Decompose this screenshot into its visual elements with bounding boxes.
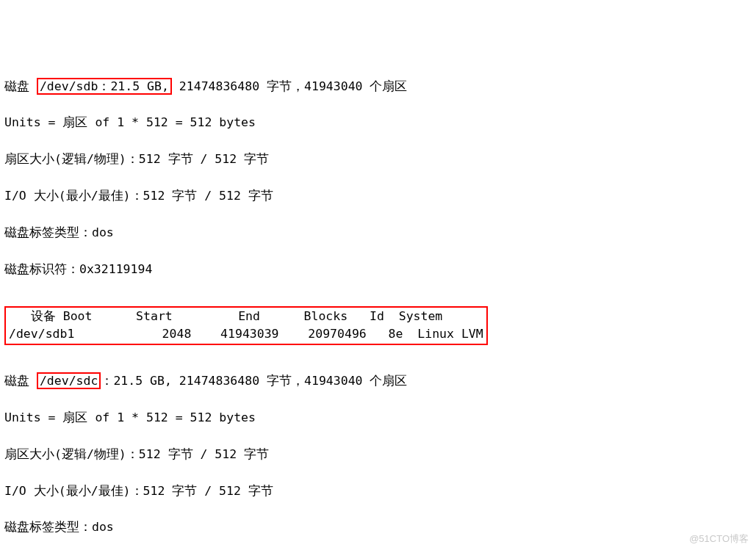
disk-sdc-line: 磁盘 /dev/sdc：21.5 GB, 21474836480 字节，4194… <box>4 372 752 391</box>
io-line: I/O 大小(最小/最佳)：512 字节 / 512 字节 <box>4 482 752 501</box>
partition-table-sdb: 设备 Boot Start End Blocks Id System/dev/s… <box>4 306 488 346</box>
units-line: Units = 扇区 of 1 * 512 = 512 bytes <box>4 114 752 132</box>
label-line: 磁盘标签类型：dos <box>4 518 752 537</box>
highlight-sdb: /dev/sdb：21.5 GB, <box>37 78 172 95</box>
disk-sdb-line: 磁盘 /dev/sdb：21.5 GB, 21474836480 字节，4194… <box>4 78 752 96</box>
diskid-line: 磁盘标识符：0x32119194 <box>4 261 752 279</box>
table-header: 设备 Boot Start End Blocks Id System <box>9 308 483 326</box>
highlight-sdc: /dev/sdc <box>37 372 101 389</box>
units-line: Units = 扇区 of 1 * 512 = 512 bytes <box>4 409 752 427</box>
io-line: I/O 大小(最小/最佳)：512 字节 / 512 字节 <box>4 187 752 206</box>
watermark: @51CTO博客 <box>689 532 749 546</box>
label-line: 磁盘标签类型：dos <box>4 224 752 242</box>
sector-line: 扇区大小(逻辑/物理)：512 字节 / 512 字节 <box>4 446 752 464</box>
sector-line: 扇区大小(逻辑/物理)：512 字节 / 512 字节 <box>4 151 752 169</box>
table-row: /dev/sdb1 2048 41943039 20970496 8e Linu… <box>9 325 483 344</box>
